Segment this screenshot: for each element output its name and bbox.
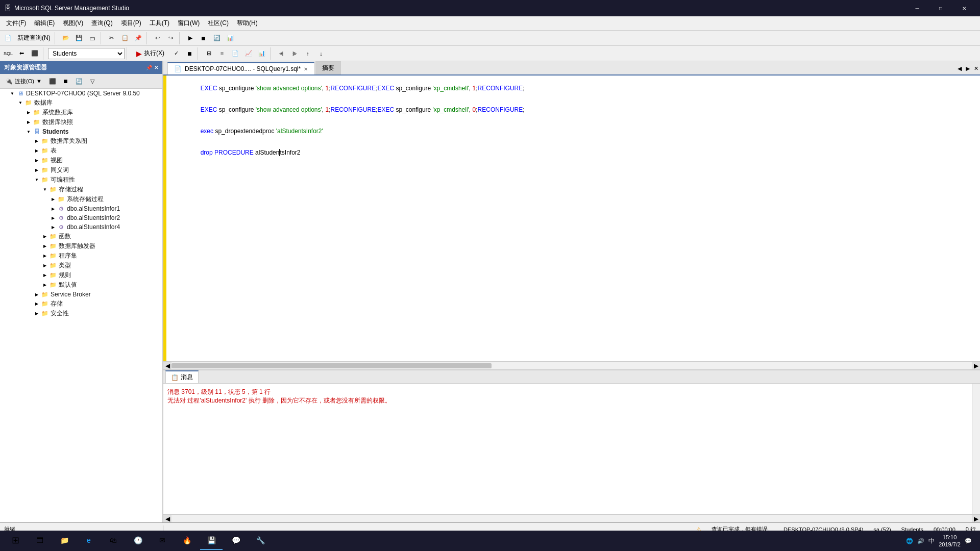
- tree-service-broker[interactable]: ▶ 📁 Service Broker: [0, 290, 162, 299]
- check-syntax-button[interactable]: ✓: [170, 47, 182, 60]
- expand-icon[interactable]: ▶: [41, 233, 49, 241]
- expand-icon[interactable]: ▼: [24, 128, 33, 136]
- outdent-button[interactable]: ⬛: [29, 47, 41, 60]
- tree-sys-dbs[interactable]: ▶ 📁 系统数据库: [0, 108, 162, 117]
- expand-icon[interactable]: ▶: [49, 214, 57, 222]
- scroll-left-btn[interactable]: ◀: [163, 362, 172, 370]
- minimize-button[interactable]: ─: [905, 0, 929, 16]
- tree-sys-stored-procs[interactable]: ▶ 📁 系统存储过程: [0, 194, 162, 204]
- tree-defaults[interactable]: ▶ 📁 默认值: [0, 280, 162, 290]
- connect-button[interactable]: 🔌 连接(O) ▼: [2, 77, 45, 86]
- editor-scroll-content[interactable]: EXEC sp_configure 'show advanced options…: [163, 76, 980, 361]
- expand-icon[interactable]: ▶: [41, 271, 49, 280]
- tree-students-db[interactable]: ▼ 🗄 Students: [0, 127, 162, 136]
- tab-close-button[interactable]: ✕: [972, 62, 980, 74]
- msg-scrollbar-track[interactable]: [172, 516, 972, 521]
- tree-rules[interactable]: ▶ 📁 规则: [0, 270, 162, 280]
- tray-volume-icon[interactable]: 🔊: [917, 538, 924, 544]
- tree-proc1[interactable]: ▶ ⚙ dbo.alStuentsInfor1: [0, 204, 162, 213]
- include-client-stats-button[interactable]: 📊: [256, 47, 268, 60]
- disconnect-button[interactable]: ⬛: [46, 75, 59, 87]
- sort-asc-button[interactable]: ↑: [302, 47, 314, 60]
- indent-button[interactable]: ⬅: [15, 47, 28, 60]
- menu-community[interactable]: 社区(C): [204, 17, 233, 30]
- taskbar-ssms[interactable]: 💾: [200, 532, 223, 550]
- properties-button[interactable]: 📊: [224, 32, 236, 44]
- expand-icon[interactable]: ▶: [33, 310, 41, 318]
- stop-server-button[interactable]: ⏹: [60, 75, 72, 87]
- expand-icon[interactable]: ▶: [33, 147, 41, 155]
- align-right-button[interactable]: ⫸: [288, 47, 301, 60]
- tab-close-icon[interactable]: ✕: [304, 66, 308, 72]
- sql-parse-button[interactable]: SQL: [2, 47, 14, 60]
- cancel-query-button[interactable]: ⏹: [183, 47, 195, 60]
- tree-proc2[interactable]: ▶ ⚙ dbo.alStuentsInfor2: [0, 213, 162, 222]
- refresh-button[interactable]: 🔄: [211, 32, 223, 44]
- expand-icon[interactable]: ▼: [33, 176, 41, 184]
- new-query-button[interactable]: 📄: [2, 32, 14, 44]
- horizontal-scrollbar[interactable]: ◀ ▶: [163, 361, 980, 369]
- expand-icon[interactable]: ▶: [49, 205, 57, 213]
- menu-file[interactable]: 文件(F): [2, 17, 30, 30]
- sort-desc-button[interactable]: ↓: [315, 47, 327, 60]
- save-button[interactable]: 💾: [73, 32, 85, 44]
- tree-db-diagrams[interactable]: ▶ 📁 数据库关系图: [0, 136, 162, 146]
- taskbar-clock[interactable]: 🕐: [127, 532, 149, 550]
- start-button[interactable]: ⊞: [4, 532, 27, 550]
- expand-icon[interactable]: ▶: [41, 242, 49, 251]
- filter-button[interactable]: ▽: [86, 75, 99, 87]
- tree-types[interactable]: ▶ 📁 类型: [0, 261, 162, 270]
- results-to-text-button[interactable]: ≡: [216, 47, 228, 60]
- cut-button[interactable]: ✂: [106, 32, 118, 44]
- execute-button[interactable]: ▶ 执行(X): [132, 47, 169, 59]
- tab-scroll-right[interactable]: ▶: [964, 62, 972, 74]
- msg-content[interactable]: 消息 3701，级别 11，状态 5，第 1 行 无法对 过程'alStuden…: [163, 384, 972, 514]
- tree-stored-procs[interactable]: ▼ 📁 存储过程: [0, 185, 162, 194]
- menu-project[interactable]: 项目(P): [117, 17, 145, 30]
- editor-tab-query[interactable]: 📄 DESKTOP-07CHUO0.... - SQLQuery1.sql* ✕: [167, 62, 314, 74]
- align-left-button[interactable]: ⫷: [275, 47, 287, 60]
- expand-icon[interactable]: ▶: [33, 157, 41, 165]
- database-selector[interactable]: Students: [48, 48, 125, 59]
- results-to-grid-button[interactable]: ⊞: [203, 47, 215, 60]
- menu-tools[interactable]: 工具(T): [145, 17, 174, 30]
- editor-tab-summary[interactable]: 摘要: [315, 61, 341, 74]
- tree-functions[interactable]: ▶ 📁 函数: [0, 232, 162, 241]
- expand-icon[interactable]: ▼: [16, 99, 24, 107]
- redo-button[interactable]: ↪: [165, 32, 177, 44]
- expand-icon[interactable]: ▶: [49, 195, 57, 204]
- taskbar-mail[interactable]: ✉: [151, 532, 174, 550]
- tree-views[interactable]: ▶ 📁 视图: [0, 156, 162, 165]
- tree-synonyms[interactable]: ▶ 📁 同义词: [0, 165, 162, 175]
- taskbar-store[interactable]: 🛍: [102, 532, 125, 550]
- close-button[interactable]: ✕: [952, 0, 976, 16]
- menu-query[interactable]: 查询(Q): [87, 17, 116, 30]
- taskbar-browser[interactable]: e: [78, 532, 100, 550]
- include-actual-plan-button[interactable]: 📈: [242, 47, 255, 60]
- expand-icon[interactable]: ▶: [41, 281, 49, 289]
- results-to-file-button[interactable]: 📄: [229, 47, 241, 60]
- tree-databases[interactable]: ▼ 📁 数据库: [0, 98, 162, 108]
- copy-button[interactable]: 📋: [119, 32, 131, 44]
- menu-help[interactable]: 帮助(H): [233, 17, 262, 30]
- expand-icon[interactable]: ▶: [33, 166, 41, 174]
- tray-notification-icon[interactable]: 💬: [965, 538, 972, 544]
- expand-icon[interactable]: ▼: [8, 89, 16, 97]
- tree-db-triggers[interactable]: ▶ 📁 数据库触发器: [0, 241, 162, 251]
- expand-icon[interactable]: ▶: [24, 118, 33, 127]
- taskbar-wechat[interactable]: 💬: [225, 532, 247, 550]
- scrollbar-thumb[interactable]: [172, 363, 492, 368]
- obj-explorer-close-icon[interactable]: ✕: [154, 65, 158, 70]
- debug-button[interactable]: ▶: [184, 32, 197, 44]
- msg-scroll-right-btn[interactable]: ▶: [972, 515, 980, 523]
- refresh-tree-button[interactable]: 🔄: [73, 75, 85, 87]
- tray-network-icon[interactable]: 🌐: [906, 538, 913, 544]
- tray-lang[interactable]: 中: [928, 537, 935, 545]
- menu-view[interactable]: 视图(V): [59, 17, 87, 30]
- save-all-button[interactable]: 🗃: [86, 32, 99, 44]
- paste-button[interactable]: 📌: [132, 32, 144, 44]
- expand-icon[interactable]: ▶: [49, 223, 57, 231]
- tree-security[interactable]: ▶ 📁 安全性: [0, 309, 162, 318]
- tree-proc3[interactable]: ▶ ⚙ dbo.alStuentsInfor4: [0, 222, 162, 232]
- scroll-right-btn[interactable]: ▶: [972, 362, 980, 370]
